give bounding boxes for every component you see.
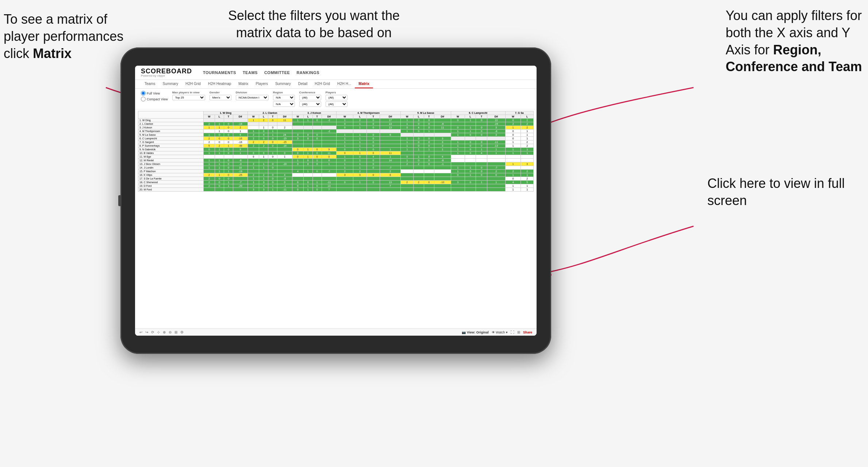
conference-select[interactable]: (All) <box>299 95 321 100</box>
table-row: 20. M Ford 331-11 0107 11 <box>138 188 534 192</box>
gender-filter: Gender Men's <box>210 91 231 100</box>
table-row: 14. J Lundin 11010 110 110-7 110-7 <box>138 166 534 170</box>
th-w3: W <box>292 115 303 119</box>
table-row: 11. M Ege 0101 0100 1041 0104 <box>138 155 534 159</box>
tab-h2h-h[interactable]: H2H H... <box>334 80 355 88</box>
th-t2: T <box>268 115 277 119</box>
th-jkoivun: 3. J Koivun <box>292 111 336 115</box>
logo-subtitle: Powered by clippd <box>141 74 192 77</box>
bottom-toolbar: ↩ ↪ ⟳ ⊹ ⊕ ⊖ ⊞ ⚙ 📷 View: Original 👁 Watch… <box>135 328 537 336</box>
th-dif1: Dif <box>233 115 248 119</box>
tab-h2h-grid2[interactable]: H2H Grid <box>311 80 334 88</box>
tablet-frame: SCOREBOARD Powered by clippd TOURNAMENTS… <box>120 47 551 354</box>
sub-tabs: Teams Summary H2H Grid H2H Heatmap Matri… <box>135 80 537 89</box>
th-dif3: Dif <box>322 115 337 119</box>
grid-icon[interactable]: ⊞ <box>517 330 520 334</box>
th-lclanton: 2. L Clanton <box>248 111 292 115</box>
nav-committee[interactable]: COMMITTEE <box>264 69 290 76</box>
cursor-icon[interactable]: ⊹ <box>157 330 160 334</box>
tablet-screen: SCOREBOARD Powered by clippd TOURNAMENTS… <box>135 66 537 336</box>
th-l6: L <box>465 115 476 119</box>
fit-icon[interactable]: ⊞ <box>174 330 177 334</box>
undo-icon[interactable]: ↩ <box>139 330 142 334</box>
tab-players[interactable]: Players <box>252 80 272 88</box>
annotation-left-bold: Matrix <box>33 46 72 61</box>
tab-players-summary[interactable]: Summary <box>272 80 295 88</box>
division-label: Division <box>236 91 269 94</box>
gender-select[interactable]: Men's <box>210 95 231 100</box>
refresh-icon[interactable]: ⟳ <box>151 330 154 334</box>
fullscreen-icon[interactable]: ⛶ <box>511 330 514 334</box>
settings-icon[interactable]: ⚙ <box>180 330 184 334</box>
th-t6: T <box>476 115 487 119</box>
th-dif6: Dif <box>487 115 505 119</box>
full-view-label[interactable]: Full View <box>141 91 168 96</box>
table-row: 6. C Lamprecht 200-16 200-15 300 110 100… <box>138 137 534 140</box>
tab-h2h-heatmap[interactable]: H2H Heatmap <box>204 80 235 88</box>
region-label: Region <box>273 91 295 94</box>
th-t3: T <box>312 115 322 119</box>
share-button[interactable]: Share <box>523 331 532 334</box>
annotation-left: To see a matrix of player performances c… <box>4 11 142 62</box>
table-row: 1. W Ding 12011 110-2 12017 130 01013 02 <box>138 119 534 122</box>
compact-view-label[interactable]: Compact View <box>141 97 168 101</box>
zoom-in-icon[interactable]: ⊕ <box>163 330 166 334</box>
table-row: 7. G Sargent 200-16 220-15 110 1003 100-… <box>138 140 534 144</box>
compact-view-radio[interactable] <box>141 97 146 101</box>
table-row: 13. J Skov Olesen 110-3 210-19 3001 110 … <box>138 162 534 166</box>
th-dif4: Dif <box>380 115 401 119</box>
annotation-bottom-right: Click here to view in full screen <box>707 175 846 209</box>
scoreboard-header: SCOREBOARD Powered by clippd TOURNAMENTS… <box>135 66 537 80</box>
th-w6: W <box>451 115 465 119</box>
max-players-label: Max players in view <box>172 91 205 94</box>
annotation-center: Select the filters you want the matrix d… <box>219 7 409 42</box>
conference-filter: Conference (All) (All) <box>299 91 321 107</box>
table-row: 2. L Clanton 210-16 01013 100-6 -24 22 <box>138 122 534 126</box>
region-select2[interactable]: N/A <box>273 101 295 107</box>
table-row: 19. D Ford 201-20 241-1 01013 7 11 <box>138 184 534 188</box>
th-w2: W <box>248 115 259 119</box>
th-t5: T <box>424 115 434 119</box>
th-w1: W <box>203 115 215 119</box>
redo-icon[interactable]: ↪ <box>145 330 148 334</box>
nav-rankings[interactable]: RANKINGS <box>296 69 319 76</box>
full-view-radio[interactable] <box>141 91 146 96</box>
tab-summary[interactable]: Summary <box>159 80 182 88</box>
table-row: 16. K Vilips 210-25 2204 3308 0100 11 <box>138 173 534 177</box>
gender-label: Gender <box>210 91 231 94</box>
watch-button[interactable]: 👁 Watch ▾ <box>492 331 508 334</box>
max-players-select[interactable]: Top 25 <box>172 95 205 100</box>
th-w7: W <box>505 115 521 119</box>
table-row: 3. J Koivun 1102 102 01013 04011 0103 12 <box>138 126 534 130</box>
view-label[interactable]: 📷 View: Original <box>462 331 488 334</box>
zoom-out-icon[interactable]: ⊖ <box>169 330 172 334</box>
th-t1: T <box>224 115 233 119</box>
table-row: 4. M Thorbjornsen 101 101 -2 101 110-6 0… <box>138 130 534 133</box>
conference-select2[interactable]: (All) <box>299 101 321 107</box>
th-wding: 1. W Ding <box>203 111 247 115</box>
max-players-filter: Max players in view Top 25 <box>172 91 205 100</box>
tab-detail[interactable]: Detail <box>295 80 311 88</box>
players-label: Players <box>326 91 347 94</box>
tab-h2h-grid[interactable]: H2H Grid <box>182 80 204 88</box>
annotation-bottom-right-text: Click here to view in full screen <box>707 176 845 208</box>
nav-teams[interactable]: TEAMS <box>243 69 258 76</box>
matrix-table: 1. W Ding 2. L Clanton 3. J Koivun 4. M … <box>138 111 534 192</box>
matrix-area[interactable]: 1. W Ding 2. L Clanton 3. J Koivun 4. M … <box>135 109 537 328</box>
players-select2[interactable]: (All) <box>326 101 347 107</box>
players-select[interactable]: (All) <box>326 95 347 100</box>
table-row: 12. M Riedel 110-6 1010 01014 100-6 <box>138 159 534 162</box>
tab-matrix[interactable]: Matrix <box>235 80 252 88</box>
division-select[interactable]: NCAA Division I <box>236 95 269 100</box>
annotation-center-text: Select the filters you want the matrix d… <box>228 8 400 40</box>
table-row: 15. P Maichon 11-19 410-7 222 1002 22 <box>138 170 534 173</box>
th-dif2: Dif <box>277 115 292 119</box>
division-filter: Division NCAA Division I <box>236 91 269 100</box>
logo-title: SCOREBOARD <box>141 68 192 74</box>
toolbar-right: 📷 View: Original 👁 Watch ▾ ⛶ ⊞ Share <box>462 330 532 334</box>
th-mthorb: 4. M Thorbjornsen <box>337 111 401 115</box>
tab-teams[interactable]: Teams <box>141 80 159 88</box>
nav-tournaments[interactable]: TOURNAMENTS <box>203 69 236 76</box>
tab-matrix-active[interactable]: Matrix <box>355 80 373 88</box>
region-select[interactable]: N/A <box>273 95 295 100</box>
